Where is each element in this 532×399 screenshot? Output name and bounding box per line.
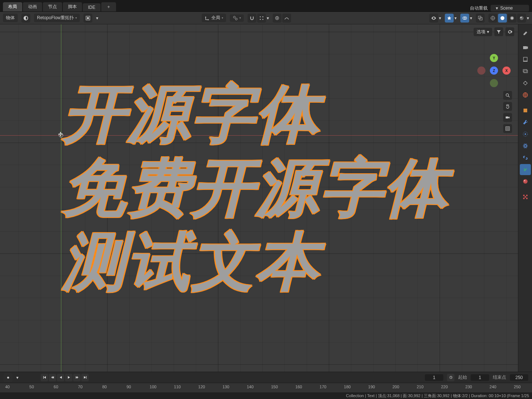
filter-icon[interactable] (494, 27, 503, 36)
keyframe-prev-icon[interactable] (49, 374, 56, 381)
gizmo-y[interactable]: Y (490, 54, 498, 62)
auto-key-icon[interactable] (447, 374, 454, 381)
end-frame-label: 结束点 (493, 374, 506, 381)
svg-rect-39 (526, 195, 528, 196)
playback-sync-icon[interactable] (4, 373, 13, 382)
svg-point-18 (520, 16, 524, 20)
start-frame-label: 起始 (458, 374, 467, 381)
tab-physics-icon[interactable] (520, 140, 531, 151)
auto-reload-label: 自动重载 (470, 5, 488, 11)
tab-objectdata-icon[interactable] (520, 164, 531, 175)
overlay-toggle[interactable] (460, 14, 469, 23)
gizmo-x[interactable]: X (502, 66, 511, 75)
shading-modes: ▾ (488, 14, 529, 23)
chevron-down-icon: ▾ (454, 16, 457, 21)
gizmo-neg-y[interactable] (490, 79, 498, 87)
tab-viewlayer-icon[interactable] (520, 66, 531, 77)
tab-render-icon[interactable] (520, 42, 531, 53)
ruler-tick: 70 (78, 385, 82, 389)
persp-icon[interactable] (503, 124, 512, 133)
tab-material-icon[interactable] (520, 176, 531, 187)
chevron-down-icon: ▾ (496, 6, 498, 11)
axis-y-line (61, 24, 61, 372)
camera-icon[interactable] (503, 113, 512, 122)
ws-tab-animation[interactable]: 动画 (23, 2, 42, 11)
shading-matprev[interactable] (508, 14, 516, 23)
properties-tabs (518, 24, 532, 372)
3d-viewport[interactable]: 开源字体 免费开源字体 测试文本 选项 ▾ Y Z X (0, 24, 518, 372)
shading-wireframe[interactable] (488, 14, 497, 23)
svg-point-16 (501, 16, 505, 20)
ws-tab-ide[interactable]: IDE (83, 3, 100, 11)
svg-rect-23 (523, 46, 527, 49)
svg-point-3 (233, 16, 235, 18)
interaction-mode-icon[interactable] (21, 14, 30, 23)
gear-icon[interactable] (505, 27, 514, 36)
tab-tool-icon[interactable] (520, 27, 531, 38)
viewport-options-dropdown[interactable]: 选项 ▾ (474, 28, 492, 36)
svg-point-43 (7, 376, 9, 378)
proportional-falloff[interactable] (282, 14, 291, 23)
shading-solid[interactable] (498, 14, 507, 23)
play-reverse-icon[interactable] (57, 374, 64, 381)
jump-end-icon[interactable] (81, 374, 89, 381)
scene-selector[interactable]: ▾ (491, 5, 529, 11)
ruler-tick: 180 (344, 385, 351, 389)
proportional-edit[interactable] (273, 14, 282, 23)
workspace-tabbar: 布局 动画 节点 脚本 IDE ＋ 自动重载 ▾ (0, 0, 532, 12)
ws-tab-add[interactable]: ＋ (101, 2, 116, 11)
pan-icon[interactable] (503, 102, 512, 111)
transform-orientation[interactable]: 全局▾ (202, 14, 226, 22)
snap-mode[interactable] (257, 14, 266, 23)
keyframe-next-icon[interactable] (73, 374, 81, 381)
gizmo-toggle[interactable] (445, 14, 454, 23)
svg-point-37 (524, 180, 525, 181)
ws-tab-script[interactable]: 脚本 (63, 2, 82, 11)
end-frame-field[interactable]: 250 (510, 374, 528, 381)
ws-tab-layout[interactable]: 布局 (3, 2, 22, 11)
start-frame-field[interactable]: 1 (471, 374, 489, 381)
gizmo-neg-x[interactable] (477, 66, 485, 75)
scene-name-input[interactable] (500, 6, 526, 11)
playback-controls (41, 374, 89, 381)
xray-toggle[interactable] (476, 14, 485, 23)
ws-tab-nodes[interactable]: 节点 (43, 2, 62, 11)
tab-scene-icon[interactable] (520, 78, 531, 89)
tab-object-icon[interactable] (520, 105, 531, 116)
timeline-ruler[interactable]: 4050607080901001101201301401501601701801… (0, 383, 532, 392)
svg-point-36 (523, 179, 528, 184)
viewport-header: 物体 RetopoFlow重拓扑▾ ▾ 全局▾ ▾ ▾ ▾ ▾ ▾ (0, 12, 532, 24)
gizmo-z[interactable]: Z (490, 66, 498, 75)
text-object-1[interactable]: 开源字体 (63, 72, 320, 157)
pivot-point[interactable]: ▾ (230, 14, 244, 22)
tab-output-icon[interactable] (520, 54, 531, 65)
svg-point-17 (510, 16, 514, 20)
tab-texture-icon[interactable] (520, 191, 531, 202)
visibility-toggle[interactable] (429, 14, 438, 23)
svg-point-4 (235, 18, 237, 20)
editor-type-icon[interactable] (83, 14, 92, 23)
text-object-2[interactable]: 免费开源字体 (63, 146, 449, 231)
chevron-down-icon: ▾ (439, 16, 441, 21)
shading-rendered[interactable] (517, 14, 526, 23)
tab-modifier-icon[interactable] (520, 117, 531, 128)
status-bar: Collection | Text | 顶点:31,068 | 面:30,992… (0, 392, 532, 399)
tab-constraint-icon[interactable] (520, 152, 531, 163)
zoom-icon[interactable] (503, 91, 512, 100)
nav-gizmo[interactable]: Y Z X (477, 54, 511, 87)
text-object-3[interactable]: 测试文本 (63, 220, 320, 305)
mode-selector[interactable]: 物体 (3, 14, 18, 22)
ruler-tick: 80 (102, 385, 107, 389)
tab-particles-icon[interactable] (520, 129, 531, 140)
play-icon[interactable] (65, 374, 72, 381)
svg-rect-22 (506, 127, 510, 131)
ruler-tick: 210 (417, 385, 423, 389)
tab-world-icon[interactable] (520, 89, 531, 100)
ruler-tick: 90 (126, 385, 131, 389)
jump-start-icon[interactable] (41, 374, 48, 381)
ruler-tick: 40 (5, 385, 10, 389)
retopoflow-dropdown[interactable]: RetopoFlow重拓扑▾ (34, 14, 80, 22)
snap-toggle[interactable] (248, 14, 256, 23)
ruler-tick: 140 (247, 385, 253, 389)
current-frame-field[interactable]: 1 (425, 374, 443, 381)
